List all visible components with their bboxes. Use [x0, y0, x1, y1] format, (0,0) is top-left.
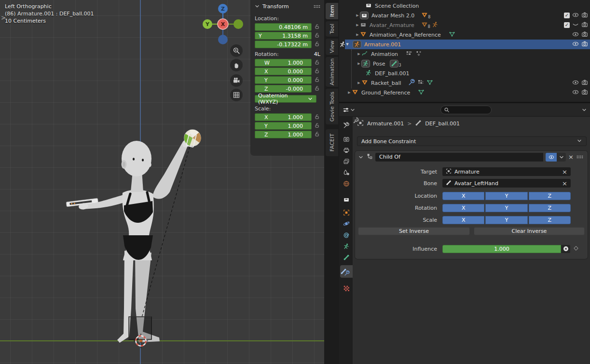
lock-icon[interactable]	[312, 59, 322, 67]
view-navigation-gizmo[interactable]: Z Y X	[201, 2, 245, 46]
tab-bone-icon[interactable]	[343, 254, 350, 261]
constraint-extras-chevron[interactable]	[557, 153, 566, 162]
clear-animation-icon[interactable]	[561, 245, 570, 253]
tab-scene-icon[interactable]	[343, 169, 350, 176]
scale-x-toggle[interactable]: X	[442, 216, 484, 224]
lock-icon[interactable]	[312, 24, 322, 31]
hide-eye-icon[interactable]	[572, 12, 579, 20]
disable-render-camera-icon[interactable]	[581, 89, 588, 97]
target-field[interactable]: Armature ×	[442, 167, 571, 176]
disable-render-camera-icon[interactable]	[581, 12, 588, 20]
properties-search-input[interactable]	[440, 106, 492, 114]
location-y-field[interactable]: Y1.3158 m	[255, 32, 312, 40]
outliner-row-avatar-armature[interactable]: ▶ Avatar_Armature 8 ✓	[339, 20, 590, 30]
tab-output-icon[interactable]	[343, 147, 350, 154]
rotation-y-field[interactable]: Y0.000	[255, 76, 312, 84]
tab-physics-icon[interactable]	[343, 220, 350, 228]
scale-z-toggle[interactable]: Z	[529, 216, 571, 224]
outliner-row-racket-ball[interactable]: ▶ Racket_ball	[339, 78, 590, 88]
tab-collection-icon[interactable]	[343, 196, 350, 203]
lock-icon[interactable]	[312, 85, 322, 93]
clear-bone-x[interactable]: ×	[562, 180, 567, 187]
hidden-eye-closed-icon[interactable]	[572, 21, 579, 29]
collapse-chevron-icon[interactable]	[358, 154, 364, 160]
location-x-field[interactable]: 0.48106 m	[255, 23, 312, 31]
influence-slider[interactable]: 1.000	[442, 245, 561, 253]
disable-render-camera-icon[interactable]	[581, 79, 588, 87]
hide-eye-icon[interactable]	[572, 31, 579, 39]
collapse-chevron-icon[interactable]	[254, 3, 260, 9]
perspective-toggle-button[interactable]	[230, 89, 243, 101]
tab-object-icon[interactable]	[343, 209, 350, 216]
keyframe-diamond-icon[interactable]	[573, 245, 579, 253]
rotation-x-toggle[interactable]: X	[442, 204, 484, 212]
tab-animation[interactable]: Animation	[326, 57, 338, 87]
location-y-toggle[interactable]: Y	[485, 192, 527, 200]
hide-eye-icon[interactable]	[572, 79, 579, 87]
breadcrumb-bone[interactable]: DEF_ball.001	[425, 121, 460, 127]
exclude-checkbox[interactable]: ✓	[564, 22, 570, 28]
rotation-w-field[interactable]: W1.000	[255, 59, 312, 67]
tab-item[interactable]: Item	[326, 3, 338, 19]
panel-grip-icon[interactable]	[313, 4, 321, 9]
expand-icon[interactable]: ▶	[347, 91, 352, 94]
panel-title[interactable]: Transform	[262, 3, 313, 10]
location-z-toggle[interactable]: Z	[529, 192, 571, 200]
outliner-row-pose[interactable]: ▶ Pose 3	[339, 59, 590, 68]
tab-tool-icon[interactable]	[343, 121, 350, 129]
tab-faceit[interactable]: FACEIT	[326, 129, 338, 156]
tab-bone-constraint-icon-active[interactable]	[340, 265, 353, 278]
camera-view-button[interactable]	[230, 74, 243, 87]
scale-z-field[interactable]: Z1.000	[255, 131, 312, 138]
header-options-chevron[interactable]	[581, 107, 587, 114]
scale-y-toggle[interactable]: Y	[485, 216, 527, 224]
outliner-row-def-ball[interactable]: DEF_ball.001	[339, 68, 590, 78]
clear-inverse-button[interactable]: Clear Inverse	[474, 227, 585, 235]
outliner-row-ground-reference[interactable]: ▶ Ground_Reference	[339, 88, 590, 97]
lock-icon[interactable]	[312, 131, 322, 138]
rotation-mode-dropdown[interactable]: Quaternion (WXYZ)	[255, 95, 316, 103]
expand-icon[interactable]: ▶	[355, 23, 360, 27]
hide-eye-icon[interactable]	[572, 89, 579, 97]
gizmo-axis-y-neg[interactable]	[233, 19, 243, 29]
location-x-toggle[interactable]: X	[442, 192, 484, 200]
tab-world-icon[interactable]	[343, 180, 350, 188]
scale-y-field[interactable]: Y1.000	[255, 122, 312, 130]
disable-render-camera-icon[interactable]	[581, 40, 588, 49]
tab-constraints-icon[interactable]	[343, 231, 350, 239]
tab-view[interactable]: View	[326, 39, 338, 55]
constraint-name-field[interactable]: Child Of	[375, 153, 543, 162]
constraint-grip-icon[interactable]	[576, 154, 584, 160]
outliner-row-animation-area-reference[interactable]: ▶ Animation_Area_Reference	[339, 30, 590, 40]
rotation-x-field[interactable]: X0.000	[255, 67, 312, 75]
lock-icon[interactable]	[312, 114, 322, 121]
outliner-row-scene-collection[interactable]: Scene Collection	[339, 1, 590, 11]
expand-icon[interactable]: ▶	[357, 81, 361, 85]
editor-type-button[interactable]	[341, 105, 357, 115]
expand-icon[interactable]: ▶	[355, 33, 360, 37]
breadcrumb-object[interactable]: Armature.001	[367, 121, 404, 127]
bone-field[interactable]: Avatar_LeftHand ×	[442, 179, 571, 188]
expand-icon[interactable]: ▶	[357, 52, 361, 56]
rotation-z-field[interactable]: Z-0.000	[255, 85, 312, 93]
zoom-button[interactable]	[230, 44, 243, 57]
expand-icon[interactable]: ▶	[355, 13, 360, 17]
tab-view-layer-icon[interactable]	[343, 158, 350, 165]
gizmo-axis-z-neg[interactable]	[218, 35, 228, 44]
hide-eye-icon[interactable]	[572, 40, 579, 49]
expand-icon[interactable]: ▶	[357, 62, 361, 66]
scale-x-field[interactable]: X1.000	[255, 113, 312, 121]
tab-object-data-icon[interactable]	[343, 243, 350, 250]
tab-govie-tools[interactable]: Govie Tools	[326, 89, 338, 124]
outliner-row-animation[interactable]: ▶ Animation	[339, 49, 590, 59]
rotation-y-toggle[interactable]: Y	[485, 204, 527, 212]
lock-icon[interactable]	[312, 68, 322, 75]
lock-icon[interactable]	[312, 122, 322, 130]
add-bone-constraint-dropdown[interactable]: Add Bone Constraint	[357, 136, 587, 146]
lock-icon[interactable]	[312, 77, 322, 84]
pan-hand-button[interactable]	[230, 59, 243, 71]
outliner-row-armature-001-selected[interactable]: ▼ Armature.001	[345, 40, 590, 49]
constraint-enable-eye-button[interactable]	[546, 153, 557, 162]
tab-render-icon[interactable]	[343, 135, 350, 143]
disable-render-camera-icon[interactable]	[581, 21, 588, 29]
